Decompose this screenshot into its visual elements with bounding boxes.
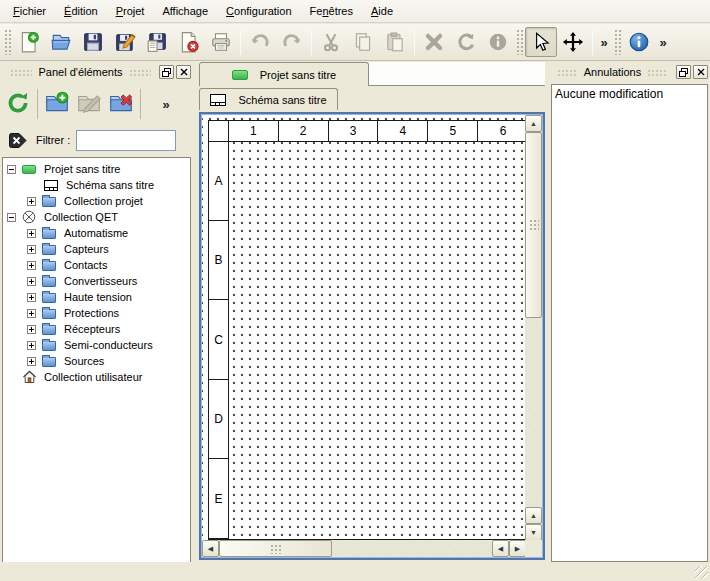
schema-canvas[interactable]: 1 2 3 4 5 6 A B C D E <box>202 115 526 541</box>
expand-icon[interactable] <box>27 261 36 270</box>
expand-icon[interactable] <box>27 357 36 366</box>
expand-icon[interactable] <box>27 293 36 302</box>
scroll-left-button[interactable]: ◀ <box>202 540 219 557</box>
vertical-scrollbar-thumb[interactable] <box>525 132 542 318</box>
dock-texture <box>647 68 668 76</box>
print-button[interactable] <box>205 27 237 57</box>
tree-item-schema-sans-titre[interactable]: Schéma sans titre <box>3 177 190 193</box>
tree-item-automatisme[interactable]: Automatisme <box>3 225 190 241</box>
save-as-button[interactable] <box>109 27 141 57</box>
expand-icon[interactable] <box>27 229 36 238</box>
vertical-scrollbar[interactable]: ▲ ▲ ▼ <box>525 115 542 541</box>
tree-item-contacts[interactable]: Contacts <box>3 257 190 273</box>
tree-item-convertisseurs[interactable]: Convertisseurs <box>3 273 190 289</box>
menu-edition[interactable]: Édition <box>55 2 107 20</box>
tab-schema-sans-titre[interactable]: Schéma sans titre <box>199 88 338 110</box>
scroll-up-button[interactable]: ▲ <box>525 507 542 524</box>
schema-editor-view[interactable]: 1 2 3 4 5 6 A B C D E ▲ ▲ <box>199 112 545 560</box>
close-panel-button[interactable] <box>693 65 708 79</box>
folder-icon <box>41 355 57 368</box>
row-header: E <box>209 459 229 539</box>
paste-button[interactable] <box>379 27 411 57</box>
menu-fichier[interactable]: Fichier <box>4 2 55 20</box>
clear-filter-button[interactable] <box>6 129 30 151</box>
scroll-down-button[interactable]: ▼ <box>525 524 542 541</box>
delete-category-button[interactable] <box>105 88 137 120</box>
save-button[interactable] <box>77 27 109 57</box>
elements-panel-titlebar[interactable]: Panel d'éléments <box>2 62 193 82</box>
frame-cell <box>229 459 526 539</box>
undo-history-list[interactable]: Aucune modification <box>551 84 708 562</box>
element-info-button[interactable] <box>482 27 514 57</box>
scroll-right-button[interactable]: ▶ <box>509 540 526 557</box>
save-all-button[interactable] <box>141 27 173 57</box>
rotate-button[interactable] <box>450 27 482 57</box>
panel-toolbar-overflow-button[interactable]: » <box>158 90 174 118</box>
new-category-button[interactable] <box>41 88 73 120</box>
tree-item-capteurs[interactable]: Capteurs <box>3 241 190 257</box>
menu-configuration[interactable]: Configuration <box>217 2 300 20</box>
float-panel-button[interactable] <box>159 65 174 79</box>
close-file-button[interactable] <box>173 27 205 57</box>
expand-icon[interactable] <box>27 197 36 206</box>
tree-item-recepteurs[interactable]: Récepteurs <box>3 321 190 337</box>
main-toolbar: » » <box>0 24 710 61</box>
filter-input[interactable] <box>76 130 176 151</box>
undo-panel-titlebar[interactable]: Annulations <box>549 62 710 82</box>
tree-item-collection-utilisateur[interactable]: Collection utilisateur <box>3 369 190 385</box>
close-panel-button[interactable] <box>176 65 191 79</box>
folder-icon <box>41 307 57 320</box>
collapse-icon[interactable] <box>7 213 16 222</box>
menu-projet[interactable]: Projet <box>107 2 154 20</box>
cut-button[interactable] <box>315 27 347 57</box>
collections-tree: Projet sans titre Schéma sans titre Coll… <box>2 157 191 581</box>
horizontal-scrollbar[interactable]: ◀ ◀ ▶ <box>202 540 526 557</box>
collapse-icon[interactable] <box>7 165 16 174</box>
menu-aide[interactable]: Aide <box>362 2 402 20</box>
tree-item-collection-qet[interactable]: Collection QET <box>3 209 190 225</box>
open-folder-icon <box>50 31 72 53</box>
edit-category-button[interactable] <box>73 88 105 120</box>
copy-button[interactable] <box>347 27 379 57</box>
tree-item-haute-tension[interactable]: Haute tension <box>3 289 190 305</box>
toolbar-overflow-button[interactable]: » <box>596 28 612 56</box>
tree-item-semi-conducteurs[interactable]: Semi-conducteurs <box>3 337 190 353</box>
resize-grip[interactable] <box>695 566 708 579</box>
expand-icon[interactable] <box>27 341 36 350</box>
menu-fenetres[interactable]: Fenêtres <box>301 2 362 20</box>
select-arrow-icon <box>530 31 552 53</box>
tree-item-sources[interactable]: Sources <box>3 353 190 369</box>
toolbar-drag-handle[interactable] <box>614 29 621 55</box>
toolbar-drag-handle[interactable] <box>516 29 523 55</box>
toolbar-overflow-button[interactable]: » <box>655 28 671 56</box>
open-project-button[interactable] <box>45 27 77 57</box>
tree-item-collection-projet[interactable]: Collection projet <box>3 193 190 209</box>
horizontal-scrollbar-thumb[interactable] <box>219 540 332 557</box>
reload-collections-button[interactable] <box>2 88 34 120</box>
tree-item-projet-sans-titre[interactable]: Projet sans titre <box>3 161 190 177</box>
scroll-left-button[interactable]: ◀ <box>492 540 509 557</box>
undo-button[interactable] <box>244 27 276 57</box>
expand-icon[interactable] <box>27 309 36 318</box>
menu-affichage[interactable]: Affichage <box>153 2 217 20</box>
elements-panel-dock: Panel d'éléments » Filtrer : <box>0 62 195 562</box>
new-category-icon <box>44 90 70 118</box>
expand-icon[interactable] <box>27 325 36 334</box>
tree-item-protections[interactable]: Protections <box>3 305 190 321</box>
column-header: 2 <box>279 121 329 142</box>
reload-icon <box>5 90 31 118</box>
select-tool-button[interactable] <box>525 27 557 57</box>
toolbar-drag-handle[interactable] <box>4 29 11 55</box>
float-panel-button[interactable] <box>676 65 691 79</box>
move-tool-button[interactable] <box>557 27 589 57</box>
column-header: 5 <box>428 121 478 142</box>
delete-button[interactable] <box>418 27 450 57</box>
redo-button[interactable] <box>276 27 308 57</box>
new-document-button[interactable] <box>13 27 45 57</box>
tab-projet-sans-titre[interactable]: Projet sans titre <box>199 62 369 86</box>
project-info-button[interactable] <box>623 27 655 57</box>
expand-icon[interactable] <box>27 245 36 254</box>
expand-icon[interactable] <box>27 277 36 286</box>
scroll-up-button[interactable]: ▲ <box>525 115 542 132</box>
undo-list-item[interactable]: Aucune modification <box>553 86 706 102</box>
